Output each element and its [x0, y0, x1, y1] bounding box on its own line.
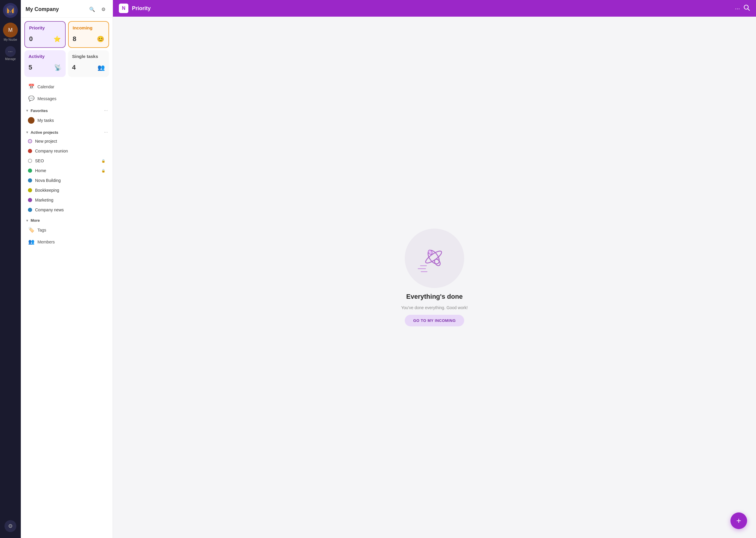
tile-priority-count-row: 0 ⭐	[29, 35, 61, 43]
empty-state: Everything's done You've done everything…	[401, 229, 468, 326]
my-tasks-label: My tasks	[37, 118, 106, 123]
sidebar-item-my-tasks[interactable]: My tasks	[23, 115, 110, 126]
topbar-options-icon[interactable]: ···	[735, 5, 740, 12]
sidebar-item-marketing[interactable]: Marketing	[23, 195, 110, 205]
topbar: N Priority ···	[113, 0, 756, 17]
calendar-icon: 📅	[28, 83, 34, 90]
tile-activity-label: Activity	[28, 54, 62, 59]
svg-point-0	[5, 5, 16, 16]
tile-activity[interactable]: Activity 5 📡	[25, 50, 66, 77]
marketing-label: Marketing	[35, 198, 106, 202]
sidebar-item-tags[interactable]: 🏷️ Tags	[23, 224, 110, 236]
bookkeeping-dot	[28, 188, 32, 192]
avatar: M	[3, 23, 18, 37]
tile-activity-count-row: 5 📡	[28, 64, 62, 71]
svg-line-6	[748, 9, 750, 10]
my-nozbe-label: My Nozbe	[4, 38, 17, 41]
seo-dot	[28, 159, 32, 163]
more-label: More	[30, 218, 40, 223]
tile-incoming-count: 8	[73, 35, 76, 43]
tiles-grid: Priority 0 ⭐ Incoming 8 😊 Activity 5 📡	[21, 18, 113, 81]
tile-incoming-icon: 😊	[97, 35, 104, 42]
topbar-search-icon[interactable]	[743, 4, 750, 13]
search-button[interactable]: 🔍	[88, 5, 97, 14]
more-arrow-icon: ▼	[25, 219, 29, 222]
settings-icon[interactable]: ⚙	[4, 520, 16, 532]
sidebar-item-messages[interactable]: 💬 Messages	[23, 93, 110, 104]
sidebar-item-members[interactable]: 👥 Members	[23, 236, 110, 247]
tile-activity-icon: 📡	[54, 64, 62, 71]
empty-state-subtitle: You've done everything. Good work!	[401, 305, 468, 310]
new-project-icon: +	[28, 139, 32, 143]
tile-incoming-count-row: 8 😊	[73, 35, 105, 43]
tile-priority-count: 0	[29, 35, 33, 43]
nova-building-dot	[28, 178, 32, 183]
tile-incoming[interactable]: Incoming 8 😊	[68, 21, 109, 48]
manage-icon: ···	[5, 46, 16, 57]
empty-state-illustration	[405, 229, 464, 288]
members-icon: 👥	[28, 239, 34, 245]
favorites-title: ▼ Favorites	[25, 108, 48, 113]
manage-item[interactable]: ··· Manage	[4, 45, 17, 62]
active-projects-options-icon[interactable]: ···	[104, 130, 108, 135]
favorites-options-icon[interactable]: ···	[104, 108, 108, 113]
my-nozbe-item[interactable]: M My Nozbe	[2, 20, 19, 42]
calendar-label: Calendar	[37, 84, 54, 89]
app-logo[interactable]	[3, 3, 18, 18]
manage-label: Manage	[5, 57, 16, 61]
tags-label: Tags	[37, 228, 46, 233]
favorites-label: Favorites	[30, 108, 48, 113]
more-section-header: ▼ More	[21, 216, 113, 224]
svg-point-9	[433, 258, 441, 267]
seo-badge: 🔒	[101, 159, 106, 163]
content-area: Everything's done You've done everything…	[113, 17, 756, 538]
svg-point-4	[28, 117, 34, 124]
sidebar-item-company-news[interactable]: Company news	[23, 205, 110, 215]
active-projects-section-header: ▼ Active projects ···	[21, 127, 113, 136]
my-tasks-avatar	[28, 117, 34, 124]
tile-priority[interactable]: Priority 0 ⭐	[25, 21, 66, 48]
company-news-dot	[28, 208, 32, 212]
company-reunion-dot	[28, 149, 32, 153]
new-project-label: New project	[35, 139, 106, 143]
tile-single-tasks-label: Single tasks	[72, 54, 105, 59]
tile-single-tasks[interactable]: Single tasks 4 👥	[68, 50, 109, 77]
active-projects-title: ▼ Active projects	[25, 130, 58, 134]
sidebar-header-icons: 🔍 ⚙	[88, 5, 108, 14]
tile-activity-count: 5	[28, 64, 32, 71]
topbar-title: Priority	[132, 5, 731, 12]
main-area: N Priority ···	[113, 0, 756, 538]
icon-bar: M My Nozbe ··· Manage ⚙	[0, 0, 21, 538]
sidebar-item-calendar[interactable]: 📅 Calendar	[23, 81, 110, 92]
settings-button[interactable]: ⚙	[99, 5, 108, 14]
seo-label: SEO	[35, 158, 98, 163]
tile-priority-icon: ⭐	[54, 35, 61, 42]
sidebar-item-nova-building[interactable]: Nova Building	[23, 176, 110, 185]
marketing-dot	[28, 198, 32, 202]
tile-priority-label: Priority	[29, 25, 61, 30]
tile-single-tasks-count: 4	[72, 64, 76, 71]
sidebar-scroll: Priority 0 ⭐ Incoming 8 😊 Activity 5 📡	[21, 18, 113, 538]
icon-bar-bottom: ⚙	[4, 520, 16, 535]
home-badge: 🔒	[101, 169, 106, 173]
sidebar-header: My Company 🔍 ⚙	[21, 0, 113, 18]
empty-state-title: Everything's done	[406, 293, 463, 300]
messages-icon: 💬	[28, 95, 34, 102]
sidebar-item-bookkeeping[interactable]: Bookkeeping	[23, 186, 110, 195]
sidebar-item-new-project[interactable]: + New project	[23, 136, 110, 146]
fab-add-button[interactable]: +	[731, 512, 747, 529]
active-projects-label: Active projects	[30, 130, 58, 134]
sidebar-item-company-reunion[interactable]: Company reunion	[23, 146, 110, 156]
sidebar-item-home[interactable]: Home 🔒	[23, 166, 110, 175]
company-name: My Company	[25, 6, 59, 13]
go-to-incoming-button[interactable]: GO TO MY INCOMING	[405, 315, 464, 326]
favorites-section-header: ▼ Favorites ···	[21, 106, 113, 114]
home-dot	[28, 169, 32, 173]
tile-incoming-label: Incoming	[73, 25, 105, 30]
sidebar-item-seo[interactable]: SEO 🔒	[23, 156, 110, 166]
active-projects-arrow-icon: ▼	[25, 131, 29, 134]
members-label: Members	[37, 240, 55, 244]
tile-single-tasks-icon: 👥	[97, 64, 105, 71]
sidebar: My Company 🔍 ⚙ Priority 0 ⭐ Incoming 8 😊	[21, 0, 113, 538]
tile-single-tasks-count-row: 4 👥	[72, 64, 105, 71]
